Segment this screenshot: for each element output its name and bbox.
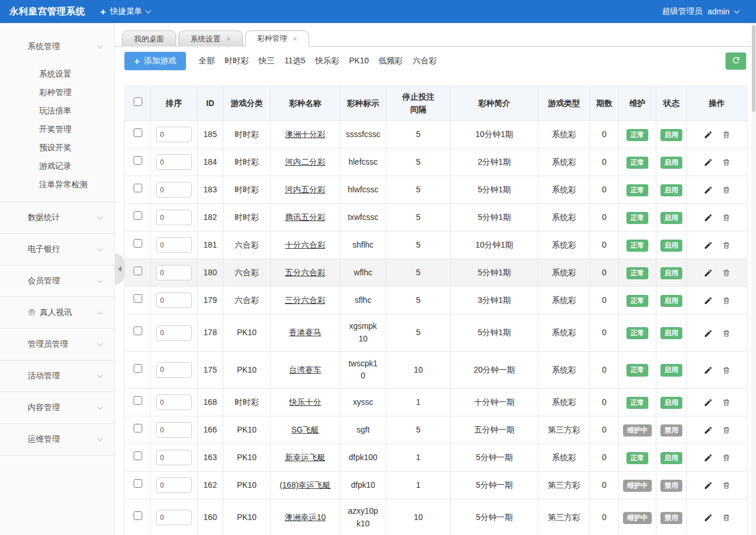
game-name-link[interactable]: SG飞艇: [291, 425, 319, 434]
row-checkbox[interactable]: [134, 451, 142, 460]
game-name-link[interactable]: 河内二分彩: [285, 157, 325, 166]
pencil-icon[interactable]: [704, 268, 713, 278]
sidebar-subitem[interactable]: 注单异常检测: [0, 175, 115, 193]
status-badge[interactable]: 启用: [660, 267, 682, 279]
select-all-checkbox[interactable]: [134, 97, 142, 106]
status-badge[interactable]: 启用: [660, 212, 682, 224]
trash-icon[interactable]: [722, 366, 731, 375]
filter-6[interactable]: PK10: [349, 56, 368, 66]
maintain-badge[interactable]: 正常: [626, 129, 648, 141]
filter-5[interactable]: 快乐彩: [315, 56, 339, 66]
pencil-icon[interactable]: [704, 158, 713, 167]
status-badge[interactable]: 启用: [660, 184, 682, 196]
pencil-icon[interactable]: [704, 130, 713, 139]
pencil-icon[interactable]: [704, 453, 713, 462]
filter-2[interactable]: 时时彩: [225, 56, 249, 66]
sidebar-item-1[interactable]: 系统管理: [0, 31, 115, 62]
maintain-badge[interactable]: 正常: [626, 184, 648, 196]
status-badge[interactable]: 禁用: [660, 424, 682, 437]
sort-input[interactable]: [156, 477, 192, 493]
trash-icon[interactable]: [722, 130, 731, 139]
sidebar-item-3[interactable]: 电子银行: [0, 234, 115, 265]
row-checkbox[interactable]: [134, 396, 142, 405]
filter-4[interactable]: 11选5: [284, 56, 305, 66]
status-badge[interactable]: 启用: [660, 452, 682, 464]
trash-icon[interactable]: [722, 513, 731, 522]
row-checkbox[interactable]: [134, 511, 142, 520]
game-name-link[interactable]: 快乐十分: [289, 397, 321, 407]
trash-icon[interactable]: [722, 185, 731, 195]
pencil-icon[interactable]: [704, 398, 713, 407]
game-name-link[interactable]: 腾讯五分彩: [285, 213, 325, 222]
sort-input[interactable]: [156, 450, 192, 465]
trash-icon[interactable]: [722, 158, 731, 167]
sidebar-item-6[interactable]: 管理员管理: [0, 329, 115, 360]
row-checkbox[interactable]: [134, 424, 142, 432]
pencil-icon[interactable]: [704, 426, 713, 435]
pencil-icon[interactable]: [704, 481, 713, 490]
trash-icon[interactable]: [722, 268, 731, 278]
row-checkbox[interactable]: [134, 479, 142, 488]
sort-input[interactable]: [156, 127, 192, 142]
sidebar-subitem[interactable]: 系统设置: [0, 64, 115, 83]
sidebar-subitem[interactable]: 游戏记录: [0, 157, 115, 175]
trash-icon[interactable]: [722, 481, 731, 490]
row-checkbox[interactable]: [134, 211, 142, 220]
maintain-badge[interactable]: 正常: [626, 452, 648, 464]
sidebar-subitem[interactable]: 彩种管理: [0, 83, 115, 101]
status-badge[interactable]: 禁用: [660, 480, 682, 492]
status-badge[interactable]: 禁用: [660, 512, 682, 524]
sort-input[interactable]: [156, 265, 192, 280]
sort-input[interactable]: [156, 293, 192, 308]
maintain-badge[interactable]: 正常: [626, 240, 648, 252]
scrollbar-thumb[interactable]: [752, 25, 755, 112]
filter-7[interactable]: 低频彩: [379, 56, 403, 66]
refresh-button[interactable]: [725, 52, 746, 70]
game-name-link[interactable]: 五分六合彩: [285, 268, 325, 277]
user-menu[interactable]: 超级管理员 admin: [662, 6, 756, 17]
sidebar-item-5[interactable]: 真人视讯: [0, 297, 115, 328]
game-name-link[interactable]: (168)幸运飞艇: [280, 480, 331, 490]
status-badge[interactable]: 启用: [660, 327, 682, 339]
quick-menu-button[interactable]: + 快捷菜单: [100, 6, 150, 17]
status-badge[interactable]: 启用: [660, 240, 682, 252]
sidebar-subitem[interactable]: 开奖管理: [0, 120, 115, 138]
game-name-link[interactable]: 澳洲幸运10: [284, 513, 326, 522]
sort-input[interactable]: [156, 325, 192, 341]
maintain-badge[interactable]: 维护中: [623, 512, 652, 524]
pencil-icon[interactable]: [704, 296, 713, 305]
maintain-badge[interactable]: 维护中: [623, 424, 652, 437]
pencil-icon[interactable]: [704, 185, 713, 195]
game-name-link[interactable]: 十分六合彩: [285, 240, 325, 249]
row-checkbox[interactable]: [134, 364, 142, 373]
sort-input[interactable]: [156, 210, 192, 225]
sidebar-item-7[interactable]: 活动管理: [0, 361, 115, 392]
filter-8[interactable]: 六合彩: [413, 56, 437, 66]
row-checkbox[interactable]: [134, 267, 142, 275]
game-name-link[interactable]: 新幸运飞艇: [285, 453, 325, 462]
game-name-link[interactable]: 香港赛马: [289, 328, 321, 337]
scrollbar-track[interactable]: [751, 23, 756, 535]
maintain-badge[interactable]: 正常: [626, 267, 648, 279]
maintain-badge[interactable]: 正常: [626, 397, 648, 409]
sidebar-item-9[interactable]: 运维管理: [0, 424, 115, 455]
trash-icon[interactable]: [722, 426, 731, 435]
pencil-icon[interactable]: [704, 366, 713, 375]
status-badge[interactable]: 启用: [660, 397, 682, 409]
sidebar-item-4[interactable]: 会员管理: [0, 265, 115, 297]
row-checkbox[interactable]: [134, 184, 142, 192]
trash-icon[interactable]: [722, 213, 731, 222]
sidebar-item-2[interactable]: 数据统计: [0, 202, 115, 233]
status-badge[interactable]: 启用: [660, 129, 682, 141]
add-game-button[interactable]: + 添加游戏: [124, 52, 186, 70]
maintain-badge[interactable]: 正常: [626, 364, 648, 376]
sidebar-subitem[interactable]: 预设开奖: [0, 138, 115, 157]
trash-icon[interactable]: [722, 329, 731, 338]
sidebar-subitem[interactable]: 玩法倍率: [0, 101, 115, 120]
sort-input[interactable]: [156, 237, 192, 253]
maintain-badge[interactable]: 正常: [626, 157, 648, 169]
trash-icon[interactable]: [722, 241, 731, 250]
pencil-icon[interactable]: [704, 213, 713, 222]
status-badge[interactable]: 启用: [660, 157, 682, 169]
sort-input[interactable]: [156, 394, 192, 410]
